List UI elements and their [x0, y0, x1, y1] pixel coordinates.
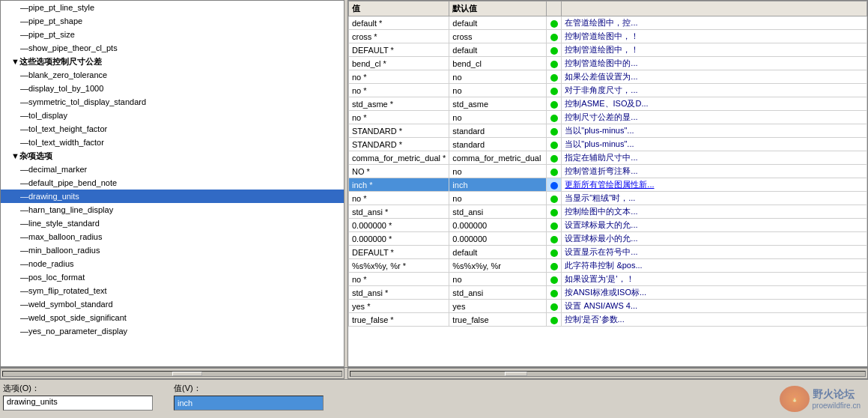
table-row[interactable]: %s%x%y, %r *%s%x%y, %r此字符串控制 &pos... [349, 259, 867, 273]
prop-desc-cell: 控制管道绘图中，！ [562, 30, 867, 43]
table-row[interactable]: STANDARD *standard当以"plus-minus"... [349, 124, 867, 138]
tree-row[interactable]: — weld_spot_side_significant [1, 311, 344, 324]
status-dot [550, 155, 558, 163]
right-scroll-track[interactable] [350, 371, 866, 377]
tree-row[interactable]: — pipe_pt_shape [1, 14, 344, 28]
prop-value-cell: std_ansi * [349, 205, 449, 219]
tree-row[interactable]: — pipe_pt_size [1, 28, 344, 41]
table-row[interactable]: true_false *true_false控制'是否'参数... [349, 313, 867, 327]
table-row[interactable]: no *no控制尺寸公差的显... [349, 111, 867, 124]
prop-default-cell: std_ansi [449, 286, 547, 300]
prop-value-cell: no * [349, 70, 449, 84]
tree-cell: ▼ 这些选项控制尺寸公差 [1, 55, 344, 68]
table-row[interactable]: no *no对于非角度尺寸，... [349, 84, 867, 97]
status-dot [550, 101, 558, 109]
tree-indent: — [20, 43, 28, 52]
tree-indent: — [20, 178, 28, 187]
prop-default-cell: yes [449, 300, 547, 313]
prop-default-cell: default [449, 43, 547, 57]
table-row[interactable]: inch *inch更新所有管绘图属性新... [349, 178, 867, 192]
tree-indent: — [20, 205, 28, 214]
tree-row[interactable]: — pos_loc_format [1, 270, 344, 284]
table-row[interactable]: NO *no控制管道折弯注释... [349, 165, 867, 178]
prop-desc-cell: 如果公差值设置为... [562, 70, 867, 84]
table-row[interactable]: 0.000000 *0.000000设置球标最小的允... [349, 232, 867, 246]
tree-row[interactable]: — default_pipe_bend_note [1, 176, 344, 190]
tree-row[interactable]: — tol_text_width_factor [1, 136, 344, 149]
right-scrollbar[interactable] [347, 368, 868, 379]
left-scroll-thumb[interactable] [172, 372, 202, 376]
prop-desc-cell: 对于非角度尺寸，... [562, 84, 867, 97]
status-dot [550, 74, 558, 82]
prop-desc-cell: 在管道绘图中，控... [562, 16, 867, 30]
tree-row[interactable]: — decimal_marker [1, 163, 344, 176]
table-row[interactable]: std_asme *std_asme控制ASME、ISO及D... [349, 97, 867, 111]
table-row[interactable]: DEFAULT *default控制管道绘图中，！ [349, 43, 867, 57]
table-row[interactable]: STANDARD *standard当以"plus-minus"... [349, 138, 867, 151]
table-row[interactable]: std_ansi *std_ansi按ANSI标准或ISO标... [349, 286, 867, 300]
tree-cell: — weld_spot_side_significant [1, 311, 344, 324]
table-row[interactable]: comma_for_metric_dual *comma_for_metric_… [349, 151, 867, 165]
tree-row[interactable]: — show_pipe_theor_cl_pts [1, 41, 344, 55]
right-scroll-thumb[interactable] [505, 372, 527, 376]
tree-row[interactable]: — tol_text_height_factor [1, 122, 344, 136]
tree-row[interactable]: — max_balloon_radius [1, 230, 344, 243]
table-row[interactable]: no *no如果公差值设置为... [349, 70, 867, 84]
tree-row[interactable]: ▼ 杂项选项 [1, 149, 344, 163]
prop-status-cell [547, 138, 562, 151]
status-dot [550, 61, 558, 68]
tree-row[interactable]: — sym_flip_rotated_text [1, 284, 344, 297]
tree-row[interactable]: — weld_symbol_standard [1, 297, 344, 311]
tree-row[interactable]: — display_tol_by_1000 [1, 82, 344, 95]
tree-row[interactable]: — pipe_pt_line_style [1, 1, 344, 14]
prop-status-cell [547, 232, 562, 246]
prop-status-cell [547, 30, 562, 43]
left-scrollbar[interactable] [0, 368, 345, 379]
tree-row[interactable]: — drawing_units [1, 190, 344, 203]
prop-desc-cell: 控制管道绘图中的... [562, 57, 867, 70]
tree-row[interactable]: — tol_display [1, 109, 344, 122]
prop-value-cell: DEFAULT * [349, 43, 449, 57]
prop-value-cell: cross * [349, 30, 449, 43]
table-row[interactable]: cross *cross控制管道绘图中，！ [349, 30, 867, 43]
value-input[interactable] [174, 396, 324, 411]
tree-item-label: sym_flip_rotated_text [28, 286, 107, 295]
table-row[interactable]: no *no当显示"粗绒"时，... [349, 192, 867, 205]
tree-row[interactable]: ▼ 这些选项控制尺寸公差 [1, 55, 344, 68]
tree-row[interactable]: — symmetric_tol_display_standard [1, 95, 344, 109]
prop-default-cell: inch [449, 178, 547, 192]
table-row[interactable]: no *no如果设置为'是'，！ [349, 273, 867, 286]
table-row[interactable]: bend_cl *bend_cl控制管道绘图中的... [349, 57, 867, 70]
table-row[interactable]: 0.000000 *0.000000设置球标最大的允... [349, 219, 867, 232]
prop-value-cell: bend_cl * [349, 57, 449, 70]
table-row[interactable]: std_ansi *std_ansi控制绘图中的文本... [349, 205, 867, 219]
prop-desc-cell: 控制'是否'参数... [562, 313, 867, 327]
tree-cell: — harn_tang_line_display [1, 203, 344, 216]
tree-row[interactable]: — blank_zero_tolerance [1, 68, 344, 82]
left-panel[interactable]: — pipe_pt_line_style— pipe_pt_shape— pip… [0, 0, 345, 367]
left-scroll-track[interactable] [2, 371, 342, 377]
table-row[interactable]: default *default在管道绘图中，控... [349, 16, 867, 30]
status-dot [550, 47, 558, 55]
tree-row[interactable]: — yes_no_parameter_display [1, 324, 344, 338]
table-row[interactable]: DEFAULT *default设置显示在符号中... [349, 246, 867, 259]
table-row[interactable]: yes *yes设置 ANSI/AWS 4... [349, 300, 867, 313]
bottom-scroll[interactable] [0, 367, 868, 379]
tree-indent: — [20, 313, 28, 322]
prop-default-cell: default [449, 246, 547, 259]
tree-row[interactable]: — node_radius [1, 257, 344, 270]
tree-cell: — drawing_units [1, 190, 344, 203]
tree-row[interactable]: — line_style_standard [1, 216, 344, 230]
tree-cell: — pipe_pt_shape [1, 14, 344, 28]
props-table-wrapper[interactable]: 值 默认值 default *default在管道绘图中，控...cross *… [348, 1, 867, 366]
prop-value-cell: NO * [349, 165, 449, 178]
value-label: 值(V)： [174, 383, 324, 394]
tree-indent: — [20, 219, 28, 228]
header-desc [562, 1, 867, 16]
selection-value: drawing_units [3, 396, 153, 411]
prop-desc-cell: 控制绘图中的文本... [562, 205, 867, 219]
tree-row[interactable]: — min_balloon_radius [1, 243, 344, 257]
prop-value-cell: no * [349, 84, 449, 97]
panel-divider [345, 0, 346, 367]
tree-row[interactable]: — harn_tang_line_display [1, 203, 344, 216]
